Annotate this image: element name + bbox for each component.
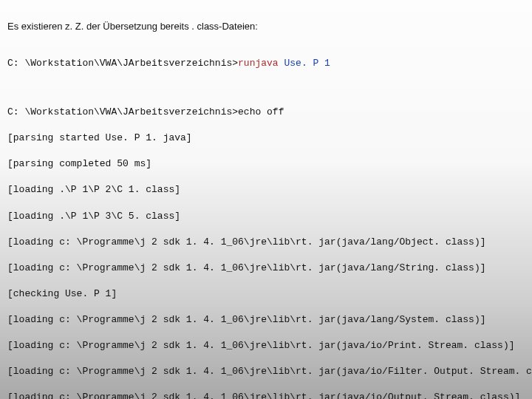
output-line: [parsing completed 50 ms] [7,157,525,171]
output-line: [checking Use. P 1] [7,287,525,301]
output-line: [loading c: \Programme\j 2 sdk 1. 4. 1_0… [7,391,525,399]
blank-line [7,83,525,93]
intro-text: Es existieren z. Z. der Übersetzung bere… [7,21,525,32]
output-line: [loading c: \Programme\j 2 sdk 1. 4. 1_0… [7,313,525,327]
command-name: runjava [238,58,279,69]
output-line: [loading .\P 1\P 2\C 1. class] [7,183,525,197]
output-line: [loading c: \Programme\j 2 sdk 1. 4. 1_0… [7,339,525,352]
command-arg: Use. P 1 [284,58,330,69]
terminal-output: C: \Workstation\VWA\JArbeitsverzeichnis>… [7,44,525,399]
output-line: [loading c: \Programme\j 2 sdk 1. 4. 1_0… [7,365,525,378]
command-line: C: \Workstation\VWA\JArbeitsverzeichnis>… [7,57,525,70]
prompt-path: C: \Workstation\VWA\JArbeitsverzeichnis> [7,58,238,69]
output-line: [loading c: \Programme\j 2 sdk 1. 4. 1_0… [7,262,525,275]
output-line: [parsing started Use. P 1. java] [7,132,525,145]
output-line: [loading .\P 1\P 3\C 5. class] [7,210,525,223]
output-line: [loading c: \Programme\j 2 sdk 1. 4. 1_0… [7,236,525,249]
output-line: C: \Workstation\VWA\JArbeitsverzeichnis>… [7,106,525,119]
